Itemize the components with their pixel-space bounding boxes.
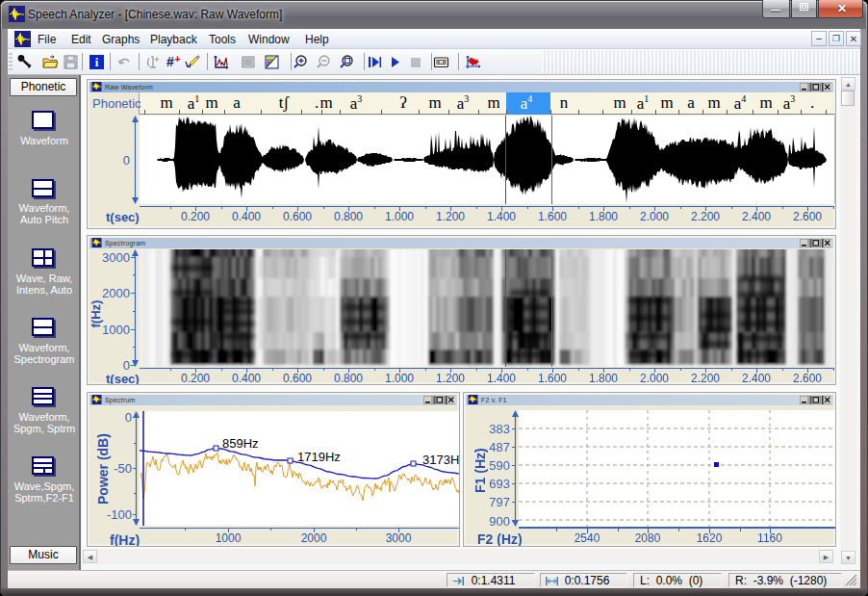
svg-text:+: + (174, 54, 180, 65)
svg-text:#: # (166, 54, 174, 69)
svg-text:+: + (154, 55, 159, 65)
svg-text:i: i (95, 55, 99, 69)
